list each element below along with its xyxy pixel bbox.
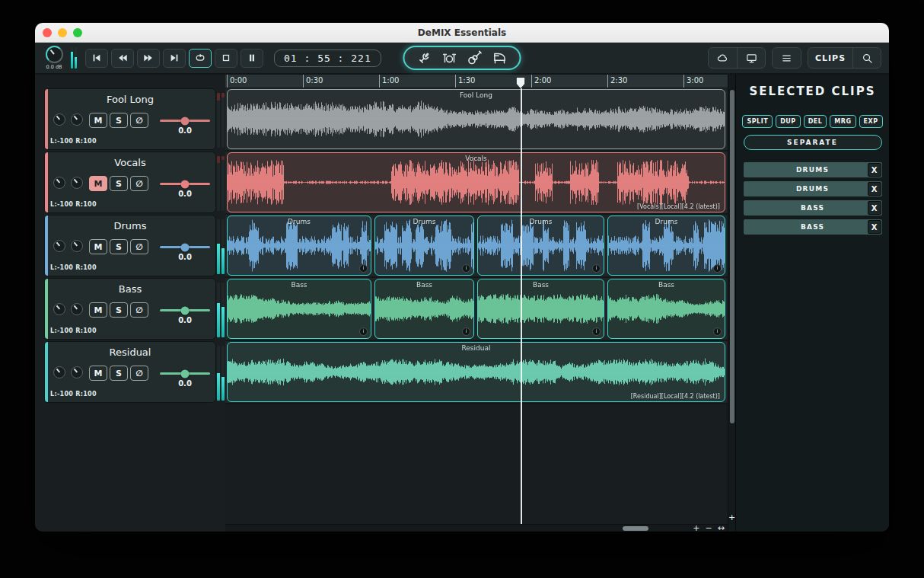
width-knob[interactable] xyxy=(71,240,83,252)
track-name: Drums xyxy=(45,220,215,232)
gain-slider[interactable] xyxy=(160,120,210,122)
width-knob[interactable] xyxy=(71,303,83,315)
search-icon[interactable] xyxy=(852,48,881,68)
playhead-line[interactable] xyxy=(521,88,522,524)
remove-clip-button[interactable]: X xyxy=(868,182,881,196)
audio-clip-drums-1[interactable]: Drums i xyxy=(227,216,371,276)
pause-button[interactable] xyxy=(241,49,263,68)
zoom-out-button[interactable]: − xyxy=(706,525,712,532)
skip-to-end-button[interactable] xyxy=(163,49,186,68)
phase-button[interactable]: ∅ xyxy=(130,366,148,381)
clip-info-badge[interactable]: i xyxy=(713,327,722,336)
mute-button[interactable]: M xyxy=(89,302,107,318)
selected-clip-row[interactable]: BASS X xyxy=(744,219,882,235)
remove-clip-button[interactable]: X xyxy=(868,163,881,177)
export-button[interactable]: EXP xyxy=(859,115,883,128)
selected-clip-row[interactable]: DRUMS X xyxy=(744,181,882,196)
remove-clip-button[interactable]: X xyxy=(868,220,881,234)
track-lane-vocals[interactable]: Vocals [Vocals][Local][4.2 (latest)] xyxy=(225,152,728,215)
audio-clip-drums-4[interactable]: Drums i xyxy=(607,216,725,276)
selected-clip-row[interactable]: DRUMS X xyxy=(744,162,882,177)
zoom-in-button[interactable]: + xyxy=(693,525,699,532)
menu-icon[interactable] xyxy=(773,48,801,68)
clip-info-badge[interactable]: i xyxy=(359,264,368,273)
skip-to-start-button[interactable] xyxy=(85,49,108,68)
fast-forward-button[interactable] xyxy=(137,49,160,68)
phase-button[interactable]: ∅ xyxy=(130,176,148,191)
phase-button[interactable]: ∅ xyxy=(130,302,148,318)
gain-slider[interactable] xyxy=(160,183,210,185)
mute-button[interactable]: M xyxy=(89,176,107,191)
zoom-fit-button[interactable]: ↔ xyxy=(718,525,725,532)
horizontal-scrollbar[interactable] xyxy=(225,525,687,532)
horizontal-scrollbar-thumb[interactable] xyxy=(623,526,648,531)
gain-slider[interactable] xyxy=(160,246,210,248)
phase-button[interactable]: ∅ xyxy=(130,113,148,128)
rewind-button[interactable] xyxy=(111,49,134,68)
pan-knob[interactable] xyxy=(53,240,65,252)
timeline-ruler[interactable]: 0:00 0:30 1:00 1:30 2:00 2:30 3:00 xyxy=(225,75,728,88)
audio-clip-residual[interactable]: Residual [Residual][Local][4.2 (latest)] xyxy=(227,342,725,402)
solo-button[interactable]: S xyxy=(110,302,128,318)
track-lane-drums[interactable]: Drums i Drums i Drums i xyxy=(225,215,728,278)
phase-button[interactable]: ∅ xyxy=(130,239,148,254)
audio-clip-fool-long[interactable]: Fool Long xyxy=(227,89,725,149)
guitar-icon[interactable] xyxy=(467,51,483,65)
audio-clip-drums-2[interactable]: Drums i xyxy=(374,216,474,276)
clips-button[interactable]: CLIPS xyxy=(808,48,852,68)
solo-button[interactable]: S xyxy=(110,176,128,191)
playhead-handle[interactable] xyxy=(517,78,525,88)
separate-button[interactable]: SEPARATE xyxy=(744,135,882,150)
piano-icon[interactable] xyxy=(492,51,508,65)
clip-info-badge[interactable]: i xyxy=(359,327,368,336)
vertical-scrollbar[interactable]: + xyxy=(728,75,735,532)
mute-button[interactable]: M xyxy=(89,239,107,254)
pan-knob[interactable] xyxy=(53,177,65,189)
clip-info-badge[interactable]: i xyxy=(592,327,601,336)
vertical-zoom-in-button[interactable]: + xyxy=(728,513,735,522)
audio-clip-bass-4[interactable]: Bass i xyxy=(607,279,725,339)
audio-clip-vocals[interactable]: Vocals [Vocals][Local][4.2 (latest)] xyxy=(227,152,725,212)
pan-knob[interactable] xyxy=(53,303,65,315)
loop-button[interactable] xyxy=(189,49,212,68)
mute-button[interactable]: M xyxy=(89,113,107,128)
selected-clip-row[interactable]: BASS X xyxy=(744,200,882,216)
master-gain-knob[interactable] xyxy=(46,46,63,63)
width-knob[interactable] xyxy=(71,113,83,126)
pan-knob[interactable] xyxy=(53,113,65,126)
audio-clip-bass-1[interactable]: Bass i xyxy=(227,279,371,339)
clip-info-badge[interactable]: i xyxy=(592,264,601,273)
drums-icon[interactable] xyxy=(442,51,457,65)
minimize-window-button[interactable] xyxy=(58,28,67,37)
close-window-button[interactable] xyxy=(43,28,52,37)
monitor-icon[interactable] xyxy=(737,48,765,68)
zoom-window-button[interactable] xyxy=(73,28,82,37)
clip-info-badge[interactable]: i xyxy=(713,264,722,273)
track-lane-bass[interactable]: Bass i Bass i Bass i Ba xyxy=(225,278,728,341)
pan-knob[interactable] xyxy=(53,366,65,378)
clip-info-badge[interactable]: i xyxy=(462,327,470,336)
microphone-icon[interactable] xyxy=(417,51,432,65)
vertical-scrollbar-thumb[interactable] xyxy=(730,90,734,423)
delete-button[interactable]: DEL xyxy=(804,115,827,128)
mute-button[interactable]: M xyxy=(89,366,107,381)
solo-button[interactable]: S xyxy=(110,239,128,254)
solo-button[interactable]: S xyxy=(110,366,128,381)
duplicate-button[interactable]: DUP xyxy=(776,115,801,128)
track-lane-residual[interactable]: Residual [Residual][Local][4.2 (latest)] xyxy=(225,341,728,404)
audio-clip-bass-2[interactable]: Bass i xyxy=(374,279,474,339)
solo-button[interactable]: S xyxy=(110,113,128,128)
track-lane-fool-long[interactable]: Fool Long xyxy=(225,88,728,152)
gain-slider[interactable] xyxy=(160,309,210,311)
width-knob[interactable] xyxy=(71,177,83,189)
clip-info-badge[interactable]: i xyxy=(462,264,470,273)
merge-button[interactable]: MRG xyxy=(830,115,855,128)
audio-clip-bass-3[interactable]: Bass i xyxy=(477,279,604,339)
gain-slider[interactable] xyxy=(160,372,210,375)
width-knob[interactable] xyxy=(71,366,83,378)
audio-clip-drums-3[interactable]: Drums i xyxy=(477,216,604,276)
stop-button[interactable] xyxy=(215,49,237,68)
cloud-icon[interactable] xyxy=(709,48,737,68)
remove-clip-button[interactable]: X xyxy=(868,201,881,215)
split-button[interactable]: SPLIT xyxy=(742,115,773,128)
